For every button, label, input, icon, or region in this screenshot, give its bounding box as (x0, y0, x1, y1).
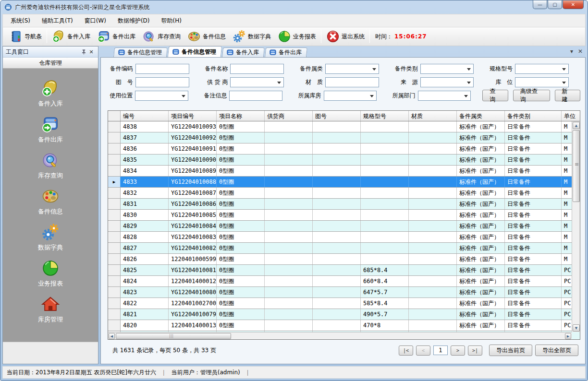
tab-3[interactable]: 备件入库 (222, 48, 265, 57)
row-selector-cell[interactable] (108, 254, 121, 264)
table-row[interactable]: 482212204010027000型圈585*8.4标准件（国产）日常备件PC (108, 298, 580, 309)
table-row[interactable]: 4827YG122040100820型圈标准件（国产）日常备件M (108, 243, 580, 254)
table-row[interactable]: 4837YG122040100920型圈标准件（国产）日常备件M (108, 132, 580, 143)
horizontal-scroll-thumb[interactable] (116, 333, 231, 339)
row-selector-cell[interactable] (108, 132, 121, 143)
search-select[interactable] (135, 91, 188, 101)
column-header-9[interactable]: 备件类别 (505, 111, 562, 121)
column-header-6[interactable]: 规格型号 (361, 111, 409, 121)
column-header-1[interactable]: 编号 (121, 111, 169, 121)
export-current-page-button[interactable]: 导出当前页 (489, 345, 532, 356)
maximize-button[interactable]: ▢ (548, 0, 562, 9)
table-row[interactable]: 4823YG122040100800型圈647*5.7标准件（国产）日常备件PC (108, 287, 580, 298)
column-header-3[interactable]: 项目名称 (217, 111, 265, 121)
column-header-10[interactable]: 单位 (562, 111, 580, 121)
search-select[interactable] (420, 64, 474, 74)
tab-4[interactable]: 备件出库 (265, 48, 307, 57)
search-select[interactable] (420, 77, 474, 87)
sidebar-item-3[interactable]: 库存查询 (3, 151, 98, 180)
first-page-button[interactable]: |< (399, 345, 413, 356)
row-selector-cell[interactable] (108, 166, 121, 176)
horizontal-scrollbar[interactable]: ◀ ▶ (108, 332, 572, 339)
vertical-scroll-thumb[interactable] (573, 130, 580, 202)
table-row[interactable]: 4831YG122040100860型圈标准件（国产）日常备件M (108, 199, 580, 210)
search-input[interactable] (135, 64, 189, 74)
table-row[interactable]: 482012204014000130型圈470*8标准件（国产）日常备件PC (108, 320, 580, 331)
table-row[interactable]: 4821YG122040100790型圈490*5.7标准件（国产）日常备件PC (108, 309, 580, 320)
table-row[interactable]: 4832YG122040100870型圈标准件（国产）日常备件M (108, 188, 580, 199)
sidebar-item-7[interactable]: 库房管理 (3, 295, 98, 324)
row-selector-cell[interactable] (108, 143, 121, 154)
row-selector-cell[interactable] (108, 298, 121, 309)
search-select[interactable] (230, 77, 284, 87)
table-row[interactable]: 4829YG122040100840型圈标准件（国产）日常备件M (108, 221, 580, 232)
row-selector-cell[interactable] (108, 188, 121, 198)
column-header-8[interactable]: 备件属类 (457, 111, 505, 121)
tab-2[interactable]: 备件信息管理 (168, 46, 222, 57)
toolbar-button-6[interactable]: 数据字典 (229, 28, 274, 45)
table-row[interactable]: 4834YG122040100890型圈标准件（国产）日常备件M (108, 166, 580, 177)
toolbar-button-2[interactable]: 备件入库 (49, 28, 94, 45)
query-button[interactable]: 查询 (482, 90, 508, 101)
next-page-button[interactable]: > (451, 345, 465, 356)
toolbar-button-3[interactable]: 备件出库 (94, 28, 139, 45)
close-button[interactable]: ✕ (563, 0, 584, 9)
row-selector-cell[interactable] (108, 121, 121, 132)
row-selector-cell[interactable] (108, 243, 121, 253)
row-selector-cell[interactable] (108, 221, 121, 231)
scroll-down-icon[interactable]: ▼ (573, 324, 580, 332)
sidebar-group-title[interactable]: 仓库管理 (3, 58, 98, 69)
table-row[interactable]: 482612204010005990型圈标准件（国产）日常备件M (108, 254, 580, 265)
export-all-pages-button[interactable]: 导出全部页 (535, 345, 578, 356)
row-selector-cell[interactable] (108, 199, 121, 209)
sidebar-close-icon[interactable]: ✕ (87, 48, 95, 56)
menu-item-2[interactable]: 辅助工具(T) (36, 14, 79, 27)
sidebar-item-4[interactable]: 备件信息 (3, 187, 98, 216)
table-row[interactable]: 4828YG122040100830型圈标准件（国产）日常备件M (108, 232, 580, 243)
last-page-button[interactable]: >| (468, 345, 482, 356)
pin-icon[interactable] (80, 48, 87, 56)
menu-item-3[interactable]: 窗口(W) (79, 14, 112, 27)
menu-item-1[interactable]: 系统(S) (5, 14, 36, 27)
toolbar-button-1[interactable]: 导航条 (6, 28, 45, 45)
menu-item-5[interactable]: 帮助(H) (156, 14, 187, 27)
search-select[interactable] (325, 64, 379, 74)
table-row[interactable]: 4836YG122040100910型圈标准件（国产）日常备件M (108, 143, 580, 155)
table-row[interactable]: ▶4833YG122040100880型圈标准件（国产）日常备件M (108, 177, 580, 188)
search-input[interactable] (135, 77, 189, 87)
sidebar-item-2[interactable]: 备件出库 (3, 115, 98, 144)
table-row[interactable]: 4838YG122040100930型圈标准件（国产）日常备件M (108, 121, 580, 132)
row-selector-cell[interactable] (108, 276, 121, 286)
table-row[interactable]: 4830YG122040100850型圈标准件（国产）日常备件M (108, 210, 580, 221)
column-header-4[interactable]: 供货商 (265, 111, 313, 121)
toolbar-button-4[interactable]: 库存查询 (139, 28, 184, 45)
page-number-input[interactable]: 1 (433, 345, 448, 355)
tab-close-icon[interactable]: ✕ (578, 48, 583, 55)
search-select[interactable] (324, 91, 377, 101)
scroll-left-icon[interactable]: ◀ (109, 333, 115, 339)
sidebar-item-1[interactable]: 备件入库 (3, 79, 98, 108)
column-header-5[interactable]: 图号 (313, 111, 361, 121)
scroll-up-icon[interactable]: ▲ (573, 122, 580, 129)
search-select[interactable] (515, 77, 569, 87)
minimize-button[interactable]: — (533, 0, 547, 9)
sidebar-item-6[interactable]: 业务报表 (3, 259, 98, 288)
prev-page-button[interactable]: < (416, 345, 430, 356)
column-header-7[interactable]: 材质 (409, 111, 457, 121)
scroll-right-icon[interactable]: ▶ (565, 333, 571, 339)
search-input[interactable] (230, 64, 284, 74)
row-selector-cell[interactable] (108, 210, 121, 220)
column-header-2[interactable]: 项目编号 (169, 111, 217, 121)
advanced-query-button[interactable]: 高级查询 (513, 90, 550, 101)
menu-item-4[interactable]: 数据维护(D) (112, 14, 156, 27)
toolbar-button-7[interactable]: 业务报表 (274, 28, 319, 45)
row-selector-cell[interactable] (108, 265, 121, 275)
row-selector-cell[interactable] (108, 309, 121, 320)
new-button[interactable]: 新建 (555, 90, 580, 101)
row-selector-cell[interactable] (108, 232, 121, 242)
sidebar-item-5[interactable]: 数据字典 (3, 223, 98, 252)
chevron-down-icon[interactable]: ▾ (570, 48, 573, 55)
row-selector-cell[interactable]: ▶ (108, 177, 121, 187)
row-selector-cell[interactable] (108, 287, 121, 298)
search-select[interactable] (418, 91, 471, 101)
